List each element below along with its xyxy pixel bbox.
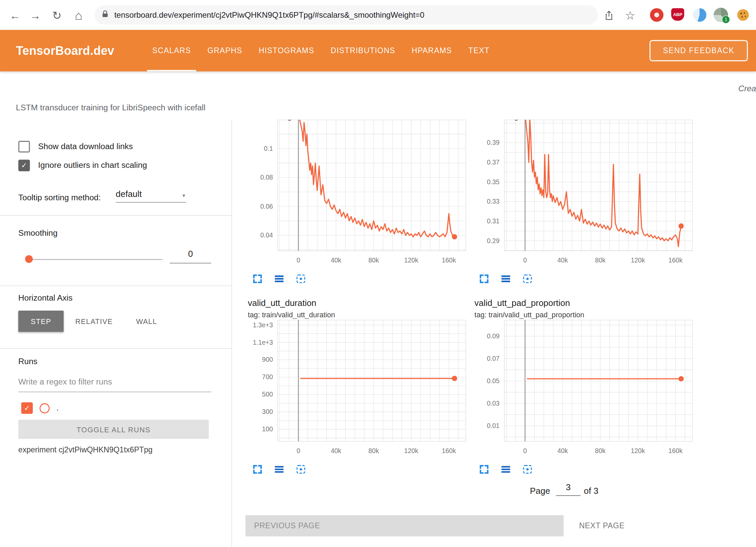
run-checkbox[interactable]: ✓ [21, 402, 33, 414]
svg-text:0.33: 0.33 [487, 198, 500, 205]
svg-text:0.08: 0.08 [260, 174, 273, 181]
brand-logo[interactable]: TensorBoard.dev [16, 44, 114, 58]
chart-tag: tag: train/… [282, 120, 319, 122]
check-icon: ✓ [24, 404, 30, 413]
avatar[interactable]: 1 [714, 8, 728, 22]
svg-text:0.07: 0.07 [487, 355, 500, 362]
tab-scalars[interactable]: SCALARS [144, 30, 199, 71]
axis-wall-button[interactable]: WALL [127, 311, 166, 332]
tab-distributions[interactable]: DISTRIBUTIONS [323, 30, 403, 71]
lock-icon [101, 10, 109, 20]
svg-text:100: 100 [262, 425, 273, 433]
svg-text:120k: 120k [631, 256, 645, 264]
svg-text:120k: 120k [404, 447, 418, 454]
fit-domain-icon[interactable] [522, 463, 533, 475]
tab-histograms[interactable]: HISTOGRAMS [250, 30, 322, 71]
toggle-all-runs-button[interactable]: TOGGLE ALL RUNS [18, 420, 209, 439]
svg-text:300: 300 [262, 408, 273, 415]
fit-domain-icon[interactable] [295, 463, 307, 475]
fit-domain-icon[interactable] [295, 273, 307, 285]
ignore-outliers-row: ✓ Ignore outliers in chart scaling [18, 160, 147, 172]
svg-text:40k: 40k [557, 256, 568, 264]
clipped-create-text: Crea [738, 84, 756, 94]
url-text[interactable]: tensorboard.dev/experiment/cj2vtPiwQHKN9… [114, 10, 424, 19]
show-download-checkbox[interactable] [18, 141, 30, 152]
fit-domain-icon[interactable] [522, 273, 533, 285]
svg-text:0.37: 0.37 [487, 158, 500, 166]
back-icon[interactable]: ← [7, 7, 23, 24]
bookmark-star-icon[interactable]: ☆ [622, 7, 638, 24]
subheader: Crea LSTM transducer training for LibriS… [0, 72, 756, 120]
expand-chart-icon[interactable] [478, 463, 490, 475]
show-download-row: Show data download links [18, 141, 133, 152]
checker-extension-icon[interactable] [693, 8, 706, 22]
smoothing-slider-track[interactable] [25, 259, 162, 260]
tooltip-sorting-row: Tooltip sorting method: default ▾ [18, 189, 186, 203]
svg-text:0.39: 0.39 [487, 139, 500, 146]
chart-card: valid_utt_duration tag: train/valid_utt_… [244, 297, 469, 475]
svg-text:0.04: 0.04 [260, 231, 273, 239]
run-color-circle[interactable] [39, 403, 49, 413]
browser-toolbar: ← → ↻ ⌂ tensorboard.dev/experiment/cj2vt… [0, 0, 756, 30]
expand-chart-icon[interactable] [252, 273, 263, 285]
forward-icon[interactable]: → [27, 7, 43, 24]
runs-selector-icon[interactable] [500, 463, 512, 475]
svg-text:40k: 40k [331, 256, 342, 264]
axis-relative-button[interactable]: RELATIVE [70, 311, 118, 332]
app-header: TensorBoard.dev SCALARS GRAPHS HISTOGRAM… [0, 30, 756, 71]
home-icon[interactable]: ⌂ [71, 7, 87, 24]
tooltip-sorting-value: default [116, 189, 142, 199]
notification-badge: 1 [722, 15, 730, 24]
tab-graphs[interactable]: GRAPHS [199, 30, 250, 71]
tab-hparams[interactable]: HPARAMS [403, 30, 460, 71]
smoothing-slider-thumb[interactable] [25, 255, 33, 263]
previous-page-button[interactable]: PREVIOUS PAGE [245, 515, 563, 536]
svg-text:80k: 80k [595, 447, 606, 454]
chart-title: valid_utt_pad_proportion [475, 297, 696, 309]
check-icon: ✓ [21, 161, 27, 170]
svg-text:0.09: 0.09 [487, 332, 500, 340]
address-bar[interactable]: tensorboard.dev/experiment/cj2vtPiwQHKN9… [95, 5, 598, 25]
divider [0, 286, 231, 286]
refresh-icon[interactable]: ↻ [49, 7, 65, 24]
line-chart[interactable]: 040k80k120k160k0.040.060.080.1 [244, 120, 469, 267]
runs-selector-icon[interactable] [273, 273, 285, 285]
axis-step-button[interactable]: STEP [18, 311, 64, 332]
svg-text:0.1: 0.1 [264, 145, 273, 152]
tooltip-sorting-select[interactable]: default ▾ [116, 189, 186, 203]
line-chart[interactable]: 040k80k120k160k0.010.030.050.070.09 [471, 320, 695, 458]
expand-chart-icon[interactable] [252, 463, 263, 475]
settings-sidebar: Show data download links ✓ Ignore outlie… [0, 120, 232, 547]
send-feedback-button[interactable]: SEND FEEDBACK [649, 40, 748, 61]
chevron-down-icon: ▾ [182, 193, 185, 199]
abp-extension-icon[interactable]: ABP [671, 8, 684, 21]
ignore-outliers-checkbox[interactable]: ✓ [18, 160, 30, 172]
cookie-extension-icon[interactable] [736, 8, 750, 22]
svg-text:80k: 80k [368, 447, 379, 454]
svg-text:160k: 160k [668, 256, 682, 264]
line-chart[interactable]: 040k80k120k160k0.290.310.330.350.370.39 [471, 120, 695, 267]
page-number-input[interactable]: 3 [556, 482, 581, 496]
experiment-description: LSTM transducer training for LibriSpeech… [16, 103, 206, 113]
svg-text:0.29: 0.29 [487, 237, 500, 244]
svg-text:0.35: 0.35 [487, 178, 500, 186]
share-icon[interactable] [601, 7, 617, 24]
chart-tag: tag: train/… [508, 120, 546, 122]
line-chart[interactable]: 040k80k120k160k1003005007009001.1e+31.3e… [244, 320, 469, 458]
chart-tag: tag: train/valid_utt_pad_proportion [475, 310, 696, 320]
adblock-extension-icon[interactable] [650, 8, 663, 22]
smoothing-value-input[interactable]: 0 [170, 249, 211, 263]
svg-text:1.3e+3: 1.3e+3 [253, 321, 273, 329]
svg-text:40k: 40k [331, 447, 342, 454]
runs-selector-icon[interactable] [500, 273, 512, 285]
svg-text:0.01: 0.01 [487, 422, 500, 429]
divider [0, 348, 231, 349]
expand-chart-icon[interactable] [478, 273, 490, 285]
runs-regex-input[interactable] [18, 377, 211, 392]
svg-text:1.1e+3: 1.1e+3 [253, 339, 273, 346]
run-toggle-row: ✓ . [21, 402, 58, 414]
svg-text:80k: 80k [368, 256, 379, 264]
next-page-button[interactable]: NEXT PAGE [574, 515, 629, 536]
tab-text[interactable]: TEXT [460, 30, 498, 71]
runs-selector-icon[interactable] [273, 463, 285, 475]
